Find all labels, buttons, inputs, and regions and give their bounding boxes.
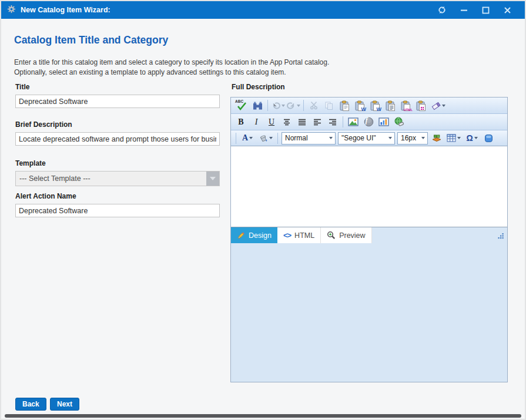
align-right-icon	[328, 118, 337, 126]
tab-html[interactable]: <> HTML	[277, 227, 321, 243]
document-manager-icon	[484, 134, 493, 143]
table-dropdown-arrow[interactable]	[457, 137, 461, 139]
font-name-dropdown[interactable]: "Segoe UI"	[338, 132, 395, 145]
redo-dropdown-arrow[interactable]	[297, 105, 300, 107]
template-dropdown-button[interactable]	[206, 172, 219, 186]
editor-resize-grip[interactable]	[497, 231, 504, 242]
chart-image-icon	[378, 117, 389, 126]
paste-button[interactable]	[337, 99, 351, 112]
italic-button[interactable]: I	[249, 115, 263, 129]
scissors-icon	[310, 101, 319, 110]
word-letter: W	[361, 107, 367, 112]
maximize-button[interactable]	[481, 5, 490, 15]
spellcheck-button[interactable]: ABC	[234, 99, 249, 112]
tab-preview[interactable]: Preview	[321, 227, 371, 243]
template-dropdown[interactable]: --- Select Template ---	[15, 171, 220, 186]
tab-design[interactable]: Design	[231, 227, 277, 243]
code-brackets-icon: <>	[283, 231, 291, 240]
undo-dropdown-arrow[interactable]	[282, 105, 285, 107]
chevron-down-icon	[386, 133, 394, 144]
toolbar-separator	[236, 133, 236, 144]
background-color-button[interactable]	[257, 132, 274, 145]
paste-markup-button[interactable]	[414, 99, 428, 112]
field-group-alert-action-name: Alert Action Name	[15, 192, 220, 217]
paste-plain-text-button[interactable]	[383, 99, 397, 112]
template-label: Template	[15, 159, 220, 167]
title-label: Title	[15, 83, 220, 91]
copy-button[interactable]	[322, 99, 336, 112]
format-stripper-dropdown-arrow[interactable]	[442, 105, 445, 107]
redo-button[interactable]	[286, 99, 300, 112]
refresh-button[interactable]	[437, 5, 447, 15]
underline-letter: U	[269, 117, 274, 127]
hyperlink-manager-button[interactable]	[392, 115, 406, 129]
insert-snippet-button[interactable]	[430, 132, 444, 145]
paste-as-html-button[interactable]: HTML	[398, 99, 413, 112]
align-left-button[interactable]	[310, 115, 324, 129]
undo-icon	[272, 102, 280, 110]
editor-panel-lower-area	[231, 243, 507, 382]
align-center-button[interactable]	[280, 115, 294, 129]
font-size-dropdown[interactable]: 16px	[397, 132, 428, 145]
field-group-brief-description: Brief Description	[15, 120, 220, 146]
window-title: New Catalog Item Wizard:	[21, 6, 110, 14]
flash-manager-button[interactable]: f	[361, 115, 376, 129]
background-color-dropdown-arrow[interactable]	[269, 137, 273, 139]
image-icon	[348, 117, 359, 126]
editor-toolbar-row-2: B I U	[231, 114, 507, 130]
align-left-icon	[313, 118, 322, 126]
clipboard-icon	[385, 100, 396, 111]
cut-button[interactable]	[307, 99, 321, 112]
omega-symbol: Ω	[466, 133, 473, 143]
toolbar-separator	[277, 133, 278, 144]
symbol-dropdown-arrow[interactable]	[474, 137, 478, 139]
format-stripper-button[interactable]	[429, 99, 447, 112]
next-button[interactable]: Next	[50, 398, 79, 411]
tab-html-label: HTML	[294, 231, 314, 240]
font-name-value: "Segoe UI"	[341, 134, 376, 142]
font-color-dropdown-arrow[interactable]	[249, 137, 253, 139]
full-description-label: Full Description	[232, 83, 285, 91]
paste-from-word-button[interactable]: W	[353, 99, 367, 112]
paragraph-style-dropdown[interactable]: Normal	[282, 132, 336, 145]
image-manager-button[interactable]	[346, 115, 360, 129]
wizard-window: New Catalog Item Wizard: Catalog Ite	[0, 0, 526, 420]
insert-symbol-button[interactable]: Ω	[464, 132, 480, 145]
justify-button[interactable]	[295, 115, 309, 129]
chevron-down-icon	[419, 133, 427, 144]
align-center-icon	[282, 118, 292, 126]
document-manager-button[interactable]	[481, 132, 495, 145]
pencil-icon	[237, 231, 245, 240]
align-right-button[interactable]	[326, 115, 340, 129]
field-group-template: Template --- Select Template ---	[15, 159, 220, 186]
media-manager-button[interactable]	[377, 115, 391, 129]
brief-description-input[interactable]	[15, 132, 220, 146]
editor-mode-tabs: Design <> HTML Preview	[231, 227, 507, 243]
intro-line-2: Optionally, select an existing a templat…	[14, 68, 329, 78]
window-bottom-frame	[5, 414, 521, 418]
module-blocks-icon	[431, 134, 442, 143]
alert-action-name-input[interactable]	[15, 204, 220, 217]
underline-button[interactable]: U	[264, 115, 279, 129]
minimize-button[interactable]	[459, 5, 468, 15]
alert-action-name-label: Alert Action Name	[15, 192, 220, 200]
justify-icon	[297, 118, 307, 126]
word-letter: W	[377, 107, 382, 112]
editor-toolbar-row-1: ABC	[231, 98, 507, 114]
find-replace-button[interactable]	[250, 99, 264, 112]
insert-table-button[interactable]	[445, 132, 463, 145]
gear-icon	[7, 5, 16, 16]
back-button[interactable]: Back	[15, 398, 46, 411]
clipboard-icon	[339, 100, 350, 111]
tab-design-label: Design	[249, 231, 272, 240]
font-color-button[interactable]: A	[239, 132, 256, 145]
undo-button[interactable]	[271, 99, 285, 112]
bold-button[interactable]: B	[234, 115, 248, 129]
font-color-letter: A	[242, 133, 248, 143]
chevron-down-icon	[210, 177, 216, 180]
title-input[interactable]	[15, 95, 220, 108]
editor-content-area[interactable]	[231, 146, 507, 227]
paragraph-style-value: Normal	[285, 134, 308, 142]
close-button[interactable]	[502, 5, 512, 15]
paste-from-word-strip-font-button[interactable]: W	[368, 99, 382, 112]
